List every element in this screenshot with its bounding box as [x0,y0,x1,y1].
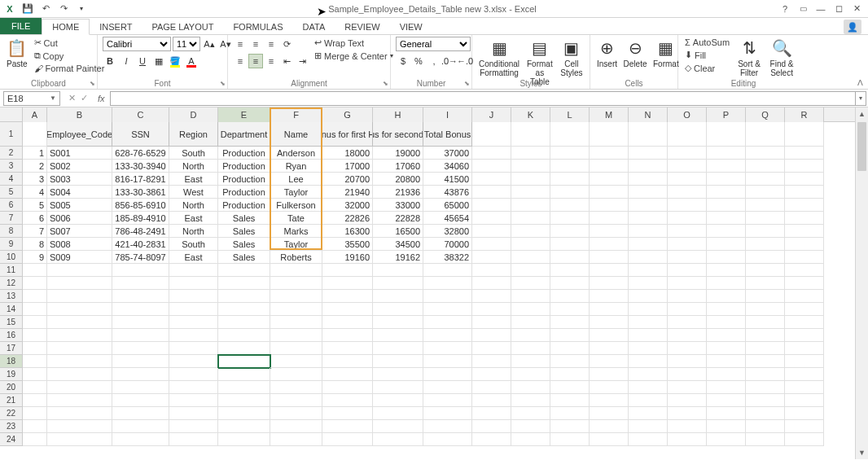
cell[interactable] [23,368,47,381]
fx-icon[interactable]: fx [93,94,110,103]
cell[interactable] [707,290,746,303]
cell[interactable] [590,264,629,277]
cell[interactable]: 133-30-3861 [112,186,169,199]
merge-center-button[interactable]: ⊞Merge & Center▾ [313,50,395,62]
cell[interactable] [590,381,629,394]
dialog-launcher-icon[interactable]: ⬊ [383,80,388,87]
cell[interactable]: North [169,160,218,173]
cell[interactable] [668,199,707,212]
cell[interactable]: 421-40-2831 [112,238,169,251]
cell[interactable] [47,355,112,368]
cell[interactable] [511,147,550,160]
cell[interactable]: S002 [47,160,112,173]
cell[interactable] [23,264,47,277]
cell[interactable]: 41500 [423,173,472,186]
cell[interactable] [629,238,668,251]
cell[interactable]: Marks [270,225,322,238]
row-header[interactable]: 22 [0,407,23,420]
cell[interactable] [746,316,785,329]
cell[interactable] [322,303,373,316]
cell[interactable] [373,277,423,290]
cell[interactable] [511,329,550,342]
cell[interactable] [270,407,322,420]
cell[interactable]: S005 [47,199,112,212]
cell[interactable] [423,433,472,446]
cell[interactable] [112,355,169,368]
cell[interactable] [590,147,629,160]
cell[interactable] [746,212,785,225]
cell[interactable] [322,329,373,342]
cell[interactable] [785,303,824,316]
cell[interactable]: SSN [112,122,169,147]
cell[interactable] [668,290,707,303]
cell[interactable] [511,264,550,277]
cell[interactable] [746,342,785,355]
cell[interactable] [472,225,511,238]
cell[interactable] [629,212,668,225]
account-icon[interactable]: 👤 [844,20,861,34]
cell[interactable] [785,264,824,277]
cell[interactable]: 22826 [322,212,373,225]
cell[interactable] [668,342,707,355]
cell[interactable] [218,433,270,446]
cell[interactable] [373,381,423,394]
cell[interactable]: 37000 [423,147,472,160]
cell[interactable] [112,303,169,316]
cell[interactable] [550,433,590,446]
cell[interactable] [218,277,270,290]
cell[interactable] [169,381,218,394]
cell[interactable] [590,186,629,199]
increase-font-icon[interactable]: A▴ [202,37,217,51]
cell[interactable]: S001 [47,147,112,160]
cell[interactable] [785,394,824,407]
font-name-select[interactable]: Calibri [103,37,171,51]
cell[interactable]: 34500 [373,238,423,251]
column-header-F[interactable]: F [270,107,322,122]
vertical-scrollbar[interactable]: ▲ ▼ [855,107,868,459]
align-left-icon[interactable]: ≡ [233,54,248,68]
cell[interactable] [373,342,423,355]
cell[interactable] [668,381,707,394]
cell[interactable] [373,433,423,446]
cell[interactable] [472,173,511,186]
cell[interactable] [23,394,47,407]
cell[interactable]: Sales [218,238,270,251]
cell[interactable]: 133-30-3940 [112,160,169,173]
cell[interactable]: 33000 [373,199,423,212]
cell[interactable]: South [169,147,218,160]
cell[interactable] [472,290,511,303]
cell[interactable] [47,303,112,316]
cell[interactable]: Employee_Code [47,122,112,147]
cell-styles-button[interactable]: ▣Cell Styles [559,37,585,79]
cell[interactable] [511,186,550,199]
cell[interactable] [270,394,322,407]
dialog-launcher-icon[interactable]: ⬊ [220,80,226,87]
cell[interactable] [373,329,423,342]
cell[interactable] [472,381,511,394]
cell[interactable]: Sales [218,251,270,264]
column-header-J[interactable]: J [472,107,511,122]
cell[interactable] [270,355,322,368]
cell[interactable] [322,381,373,394]
cell[interactable]: 2 [23,160,47,173]
fill-color-button[interactable]: 🪣 [168,54,182,68]
row-header[interactable]: 21 [0,394,23,407]
cell[interactable] [47,433,112,446]
cell[interactable] [218,381,270,394]
cell[interactable] [590,355,629,368]
cell[interactable]: East [169,173,218,186]
cell[interactable] [590,342,629,355]
cell[interactable] [629,173,668,186]
cell[interactable] [23,407,47,420]
expand-formula-icon[interactable]: ▾ [855,91,866,106]
cell[interactable] [707,303,746,316]
column-header-Q[interactable]: Q [746,107,785,122]
cell[interactable] [373,420,423,433]
column-header-G[interactable]: G [322,107,373,122]
cell[interactable] [373,407,423,420]
tab-insert[interactable]: INSERT [90,20,142,34]
cell[interactable]: Production [218,186,270,199]
cell[interactable]: 785-74-8097 [112,251,169,264]
cell[interactable]: 45654 [423,212,472,225]
dialog-launcher-icon[interactable]: ⬊ [464,80,470,87]
